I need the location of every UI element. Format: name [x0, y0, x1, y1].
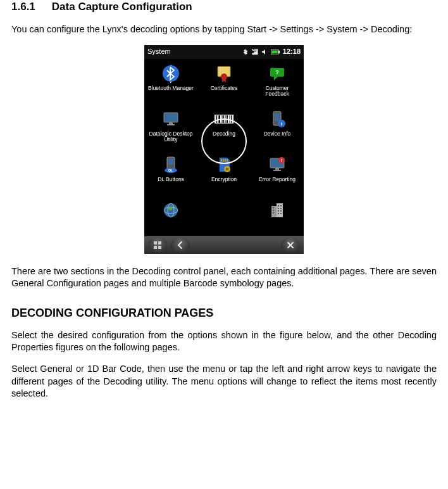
svg-rect-3 [278, 51, 280, 53]
svg-rect-55 [280, 210, 282, 212]
svg-rect-48 [273, 210, 274, 211]
app-dl-buttons[interactable]: DLDL Buttons [144, 151, 197, 197]
svg-rect-36 [226, 168, 228, 170]
svg-rect-31 [221, 159, 222, 162]
svg-text:i: i [281, 121, 282, 127]
svg-rect-32 [223, 159, 224, 162]
status-title: System [147, 47, 171, 56]
svg-rect-28 [168, 158, 173, 165]
paragraph-2: There are two sections in the Decoding c… [11, 265, 437, 290]
subheading: DECODING CONFIGURATION PAGES [11, 305, 437, 321]
svg-text:DL: DL [168, 168, 173, 172]
app-label: Certificates [211, 86, 238, 91]
svg-rect-53 [280, 208, 282, 209]
svg-rect-49 [273, 212, 274, 213]
svg-rect-58 [154, 241, 157, 244]
back-arrow-icon [176, 241, 185, 250]
app-label: Encryption [211, 177, 237, 182]
svg-rect-51 [280, 205, 282, 206]
svg-rect-61 [158, 246, 161, 249]
screenshot-container: System 12:18 Bluetooth ManagerCertificat… [144, 45, 304, 254]
device-screenshot: System 12:18 Bluetooth ManagerCertificat… [144, 45, 304, 254]
svg-rect-12 [167, 124, 175, 125]
bluetooth-icon [160, 63, 182, 84]
app-label: Datalogic Desktop Utility [147, 131, 194, 143]
app-encryption[interactable]: Encryption [197, 151, 251, 197]
app-grid: Bluetooth ManagerCertificates?Customer F… [144, 59, 304, 236]
battery-icon [271, 49, 280, 54]
section-heading: 1.6.1Data Capture Configuration [11, 0, 437, 15]
certificate-icon [213, 63, 235, 84]
app-datalogic-desktop-utility[interactable]: Datalogic Desktop Utility [144, 106, 197, 151]
svg-point-7 [221, 73, 227, 80]
windows-icon [153, 241, 162, 250]
app-label: Error Reporting [259, 177, 296, 182]
app-label: Decoding [213, 131, 235, 137]
svg-text:!: ! [281, 158, 282, 163]
svg-rect-39 [273, 170, 281, 171]
svg-rect-10 [164, 113, 178, 122]
svg-rect-60 [154, 246, 157, 249]
signal-icon [252, 49, 258, 55]
svg-rect-46 [277, 203, 283, 217]
svg-rect-57 [280, 213, 282, 214]
section-title: Data Capture Configuration [52, 1, 192, 13]
display-icon [160, 108, 182, 130]
svg-rect-54 [278, 210, 279, 212]
app-device-info[interactable]: iDevice Info [251, 106, 304, 151]
app-label: Customer Feedback [254, 86, 301, 98]
sync-icon [242, 49, 249, 55]
feedback-icon: ? [266, 63, 288, 84]
close-icon [287, 241, 294, 249]
svg-rect-38 [275, 168, 279, 170]
bottom-bar [144, 236, 304, 254]
svg-rect-11 [169, 122, 173, 124]
app-label: Device Info [264, 131, 291, 137]
svg-rect-34 [227, 159, 228, 162]
globe-icon [160, 200, 182, 221]
close-button[interactable] [281, 238, 300, 252]
svg-rect-56 [278, 213, 279, 214]
building-icon [266, 200, 288, 221]
app-label: Bluetooth Manager [148, 86, 194, 91]
svg-rect-59 [158, 241, 161, 244]
app-error-reporting[interactable]: !Error Reporting [251, 151, 304, 197]
svg-rect-33 [225, 159, 226, 162]
start-button[interactable] [148, 238, 167, 252]
app-bluetooth-manager[interactable]: Bluetooth Manager [144, 60, 197, 106]
deviceinfo-icon: i [266, 108, 288, 130]
error-icon: ! [266, 154, 288, 175]
sdcard-icon [213, 154, 235, 175]
svg-rect-47 [273, 207, 274, 208]
speaker-icon [261, 49, 268, 55]
barcode-icon [213, 108, 235, 130]
paragraph-4: Select General or 1D Bar Code, then use … [11, 363, 437, 400]
app-decoding[interactable]: Decoding [197, 106, 251, 151]
svg-rect-13 [215, 115, 233, 124]
status-icons: 12:18 [242, 47, 301, 56]
svg-text:?: ? [275, 69, 279, 75]
dlbuttons-icon: DL [160, 154, 182, 175]
app-certificates[interactable]: Certificates [197, 60, 251, 106]
app-customer-feedback[interactable]: ?Customer Feedback [251, 60, 304, 106]
app-label: DL Buttons [158, 177, 184, 182]
section-number: 1.6.1 [11, 0, 35, 15]
svg-point-0 [256, 49, 258, 50]
paragraph-1: You can configure the Lynx's decoding op… [11, 23, 437, 36]
svg-point-42 [164, 203, 178, 217]
svg-rect-52 [278, 208, 279, 209]
status-bar: System 12:18 [144, 45, 304, 59]
back-button[interactable] [171, 238, 190, 252]
blank-icon [213, 200, 235, 221]
paragraph-3: Select the desired configuration from th… [11, 329, 437, 354]
svg-rect-50 [278, 205, 279, 206]
svg-rect-4 [271, 50, 277, 53]
svg-rect-24 [275, 113, 280, 121]
status-time: 12:18 [283, 47, 301, 56]
